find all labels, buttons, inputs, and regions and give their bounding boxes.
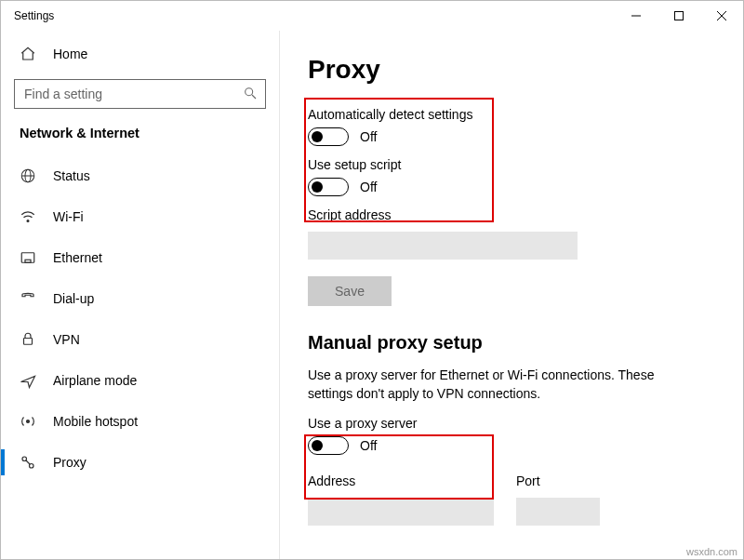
proxy-icon <box>20 454 36 471</box>
sidebar-item-label: Wi-Fi <box>53 209 84 224</box>
ethernet-icon <box>20 249 36 266</box>
hotspot-icon <box>20 413 36 430</box>
home-icon <box>20 46 36 62</box>
vpn-icon <box>20 331 36 348</box>
sidebar-item-vpn[interactable]: VPN <box>1 319 279 360</box>
setup-script-label: Use setup script <box>308 157 721 172</box>
window-buttons <box>615 1 743 31</box>
page-title: Proxy <box>308 55 721 85</box>
auto-detect-state: Off <box>360 129 377 144</box>
sidebar: Home Find a setting Network & Internet S… <box>1 31 280 559</box>
sidebar-item-dialup[interactable]: Dial-up <box>1 278 279 319</box>
minimize-button[interactable] <box>615 1 658 31</box>
manual-section-title: Manual proxy setup <box>308 332 721 353</box>
use-proxy-state: Off <box>360 438 377 453</box>
svg-rect-10 <box>21 253 34 263</box>
sidebar-item-label: Status <box>53 168 90 183</box>
svg-rect-11 <box>25 260 31 262</box>
address-input[interactable] <box>308 498 494 526</box>
home-label: Home <box>53 47 87 61</box>
script-address-label: Script address <box>308 207 721 222</box>
titlebar: Settings <box>1 1 743 31</box>
sidebar-item-proxy[interactable]: Proxy <box>1 442 279 483</box>
sidebar-item-label: Mobile hotspot <box>53 414 138 429</box>
setup-script-state: Off <box>360 180 377 194</box>
home-link[interactable]: Home <box>1 36 279 72</box>
search-placeholder: Find a setting <box>24 87 102 101</box>
auto-detect-label: Automatically detect settings <box>308 107 721 122</box>
use-proxy-label: Use a proxy server <box>308 416 721 431</box>
manual-description: Use a proxy server for Ethernet or Wi-Fi… <box>308 367 698 403</box>
svg-rect-12 <box>24 339 33 345</box>
setup-script-toggle[interactable] <box>308 178 349 196</box>
main-content: Proxy Automatically detect settings Off … <box>280 31 743 559</box>
dialup-icon <box>20 290 36 307</box>
sidebar-item-status[interactable]: Status <box>1 155 279 196</box>
save-button[interactable]: Save <box>308 276 392 306</box>
sidebar-item-label: Ethernet <box>53 250 102 265</box>
watermark: wsxdn.com <box>686 546 737 557</box>
svg-line-5 <box>252 95 256 99</box>
sidebar-item-airplane[interactable]: Airplane mode <box>1 360 279 401</box>
svg-point-9 <box>27 220 29 222</box>
address-label: Address <box>308 473 494 488</box>
sidebar-item-ethernet[interactable]: Ethernet <box>1 237 279 278</box>
svg-point-13 <box>27 420 30 423</box>
sidebar-item-wifi[interactable]: Wi-Fi <box>1 196 279 237</box>
search-input[interactable]: Find a setting <box>14 79 266 109</box>
svg-rect-1 <box>675 12 684 20</box>
maximize-button[interactable] <box>658 1 700 31</box>
sidebar-item-label: VPN <box>53 332 80 347</box>
svg-point-4 <box>246 87 253 95</box>
search-icon <box>243 86 258 103</box>
script-address-input[interactable] <box>308 232 578 260</box>
airplane-icon <box>20 372 36 389</box>
sidebar-item-label: Dial-up <box>53 291 94 306</box>
port-label: Port <box>516 473 600 488</box>
section-label: Network & Internet <box>1 122 279 155</box>
close-button[interactable] <box>700 1 743 31</box>
wifi-icon <box>20 208 36 225</box>
port-input[interactable] <box>516 498 600 526</box>
sidebar-item-hotspot[interactable]: Mobile hotspot <box>1 401 279 442</box>
globe-icon <box>20 167 36 184</box>
auto-detect-toggle[interactable] <box>308 127 349 146</box>
sidebar-item-label: Airplane mode <box>53 373 137 388</box>
sidebar-item-label: Proxy <box>53 455 86 470</box>
window-title: Settings <box>14 9 54 22</box>
use-proxy-toggle[interactable] <box>308 436 349 455</box>
